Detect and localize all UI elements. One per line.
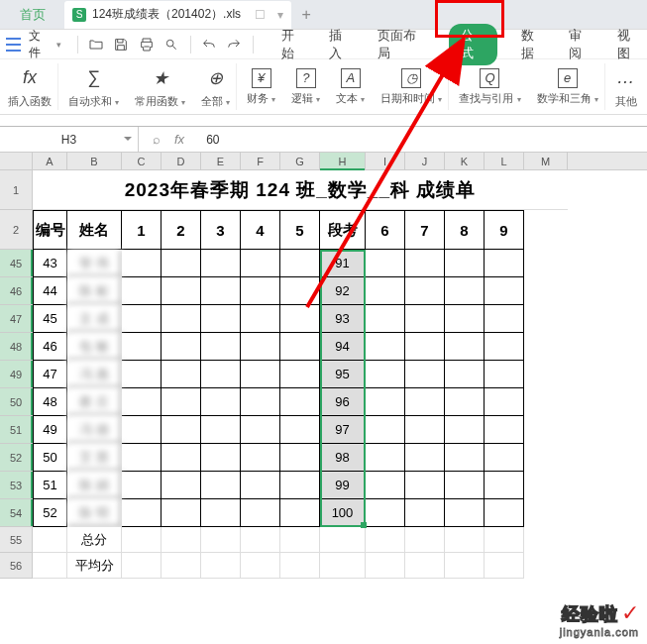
cell[interactable]: [405, 277, 445, 305]
cell-name[interactable]: 包 敏: [67, 333, 122, 361]
row-header-56[interactable]: 56: [0, 553, 33, 579]
cell-id[interactable]: 43: [33, 250, 67, 277]
cell[interactable]: [122, 361, 162, 388]
cell-name[interactable]: 管 伟: [67, 250, 122, 277]
cell[interactable]: [162, 444, 201, 472]
cell[interactable]: [445, 416, 485, 444]
cell[interactable]: [405, 527, 445, 553]
cell[interactable]: [320, 527, 366, 553]
cell[interactable]: [280, 333, 320, 361]
name-box[interactable]: H3: [0, 127, 139, 152]
cell[interactable]: [122, 444, 162, 472]
cell[interactable]: [241, 250, 280, 277]
print-icon[interactable]: [136, 34, 157, 55]
col-header-A[interactable]: A: [33, 153, 67, 169]
cell-id[interactable]: 47: [33, 361, 67, 388]
other-functions-button[interactable]: … 其他: [609, 63, 643, 110]
cell-name[interactable]: 艾 慧: [67, 444, 122, 472]
spreadsheet-grid[interactable]: A B C D E F G H I J K L M 1 2023年春季期 124…: [0, 153, 647, 579]
cell[interactable]: [280, 305, 320, 333]
cell[interactable]: [445, 305, 485, 333]
cell[interactable]: [241, 444, 280, 472]
cell[interactable]: [366, 444, 405, 472]
row-header[interactable]: 53: [0, 472, 33, 499]
cell-name[interactable]: 文 成: [67, 305, 122, 333]
col-header-J[interactable]: J: [405, 153, 445, 169]
cell-B56[interactable]: 平均分: [67, 553, 122, 579]
cell-score[interactable]: 95: [320, 361, 366, 388]
cell[interactable]: [162, 250, 201, 277]
logic-functions-button[interactable]: ? 逻辑 ▾: [285, 63, 326, 110]
cell[interactable]: [162, 388, 201, 416]
col-header-D[interactable]: D: [162, 153, 201, 169]
cell[interactable]: [122, 333, 162, 361]
tab-view[interactable]: 视图: [617, 27, 641, 62]
cell[interactable]: [162, 499, 201, 527]
cell-name[interactable]: 陈 彬: [67, 277, 122, 305]
cell[interactable]: [485, 553, 524, 579]
finance-functions-button[interactable]: ¥ 财务 ▾: [241, 63, 281, 110]
tab-data[interactable]: 数据: [521, 27, 545, 62]
cell-id[interactable]: 51: [33, 472, 67, 499]
all-functions-button[interactable]: ⊕ 全部 ▾: [195, 63, 237, 110]
cell[interactable]: [366, 305, 405, 333]
cell[interactable]: [445, 333, 485, 361]
cell-id[interactable]: 52: [33, 499, 67, 527]
cell[interactable]: [280, 388, 320, 416]
cell[interactable]: [405, 416, 445, 444]
math-functions-button[interactable]: e 数学和三角 ▾: [531, 63, 605, 110]
tab-layout[interactable]: 页面布局: [377, 27, 426, 62]
cell[interactable]: [241, 277, 280, 305]
cell[interactable]: [366, 527, 405, 553]
row-header[interactable]: 52: [0, 444, 33, 472]
cell[interactable]: [122, 499, 162, 527]
cell[interactable]: [162, 416, 201, 444]
cell[interactable]: [201, 361, 241, 388]
cell[interactable]: [162, 527, 201, 553]
cell[interactable]: [201, 250, 241, 277]
cell[interactable]: [366, 388, 405, 416]
cell[interactable]: [201, 527, 241, 553]
cell-id[interactable]: 48: [33, 388, 67, 416]
cell[interactable]: [201, 499, 241, 527]
cell[interactable]: [162, 305, 201, 333]
cell[interactable]: [201, 333, 241, 361]
cell-score[interactable]: 98: [320, 444, 366, 472]
cell-id[interactable]: 45: [33, 305, 67, 333]
cell[interactable]: [241, 472, 280, 499]
cell[interactable]: [366, 277, 405, 305]
cell-name[interactable]: 陈 娟: [67, 472, 122, 499]
cell-score[interactable]: 93: [320, 305, 366, 333]
cell[interactable]: [122, 277, 162, 305]
lookup-functions-button[interactable]: Q 查找与引用 ▾: [453, 63, 526, 110]
cell[interactable]: [445, 250, 485, 277]
cell[interactable]: [445, 472, 485, 499]
cell[interactable]: [122, 472, 162, 499]
cell[interactable]: [405, 499, 445, 527]
cell-id[interactable]: 49: [33, 416, 67, 444]
cell-id[interactable]: 46: [33, 333, 67, 361]
cell[interactable]: [122, 416, 162, 444]
cell[interactable]: [241, 305, 280, 333]
cell[interactable]: [241, 527, 280, 553]
cell[interactable]: [201, 416, 241, 444]
cell[interactable]: [280, 527, 320, 553]
cell[interactable]: [366, 416, 405, 444]
cell-name[interactable]: 陈 明: [67, 499, 122, 527]
cell-score[interactable]: 96: [320, 388, 366, 416]
cell[interactable]: [162, 333, 201, 361]
cell-score[interactable]: 100: [320, 499, 366, 527]
cell[interactable]: [201, 444, 241, 472]
insert-function-button[interactable]: fx 插入函数: [2, 63, 58, 110]
cell[interactable]: [122, 250, 162, 277]
cell[interactable]: [201, 277, 241, 305]
row-header[interactable]: 50: [0, 388, 33, 416]
select-all-corner[interactable]: [0, 153, 33, 169]
row-header-2[interactable]: 2: [0, 210, 33, 250]
cell[interactable]: [280, 472, 320, 499]
cell[interactable]: [485, 305, 524, 333]
cell[interactable]: [162, 553, 201, 579]
save-icon[interactable]: [111, 34, 132, 55]
cell[interactable]: [405, 553, 445, 579]
cell-score[interactable]: 94: [320, 333, 366, 361]
